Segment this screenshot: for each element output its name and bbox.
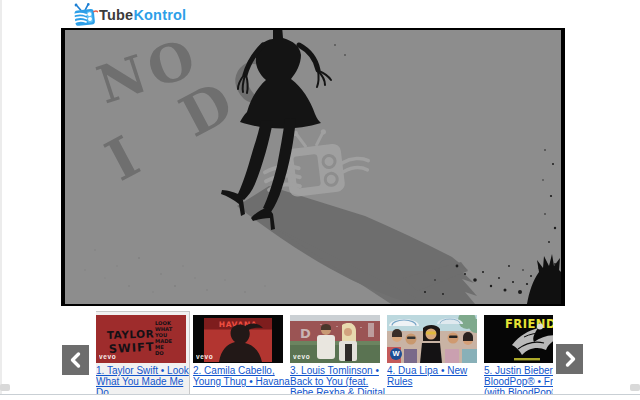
carousel-next-button[interactable] <box>556 344 583 374</box>
carousel-item-3[interactable]: D vevo 3. Louis Tomli <box>290 311 380 394</box>
video-thumbnail[interactable]: FRIENDS <box>484 315 553 363</box>
carousel-prev-button[interactable] <box>62 345 89 375</box>
carousel-item-4[interactable]: W 4. Dua Lipa • New Rules <box>387 311 477 394</box>
carousel-strip: TAYLOR SWIFT LOOK WHAT YOU MADE ME DO ve… <box>96 311 553 394</box>
chevron-right-icon <box>562 350 578 368</box>
video-title-link[interactable]: 1. Taylor Swift • Look What You Made Me … <box>96 365 198 394</box>
carousel-item-5[interactable]: FRIENDS 5. Justin Bieber, BloodPop® • Fr… <box>484 311 553 394</box>
video-title-link[interactable]: 3. Louis Tomlinson • Back to You (feat. … <box>290 365 392 394</box>
thumbnail-art-friends-eagle: FRIENDS <box>484 315 553 363</box>
tubekontrol-popup: { "header": { "brand_prefix": "Tube", "b… <box>0 0 640 400</box>
svg-text:FRIENDS: FRIENDS <box>505 317 553 331</box>
vevo-badge: vevo <box>293 354 310 361</box>
video-title-link[interactable]: 4. Dua Lipa • New Rules <box>387 365 489 387</box>
window-left-edge <box>0 0 2 394</box>
tubekontrol-tv-icon <box>72 2 98 28</box>
video-title-link[interactable]: 2. Camila Cabello, Young Thug • Havana <box>193 365 295 387</box>
chevron-left-icon <box>68 351 84 369</box>
warner-badge: W <box>390 348 402 360</box>
svg-text:DO: DO <box>155 350 164 356</box>
video-thumbnail[interactable]: D vevo <box>290 315 380 363</box>
carousel-item-1[interactable]: TAYLOR SWIFT LOOK WHAT YOU MADE ME DO ve… <box>96 311 186 394</box>
video-thumbnail[interactable]: HAVANA vevo <box>193 315 283 363</box>
svg-text:D: D <box>300 326 311 341</box>
video-thumbnail[interactable]: TAYLOR SWIFT LOOK WHAT YOU MADE ME DO ve… <box>96 315 186 363</box>
vevo-badge: vevo <box>196 354 213 361</box>
page-scroll-artifact <box>0 384 10 391</box>
svg-text:TAYLOR: TAYLOR <box>107 327 155 341</box>
vevo-badge: vevo <box>99 354 116 361</box>
video-player[interactable]: NO I DO <box>61 28 565 306</box>
video-artwork: NO I DO <box>65 30 561 304</box>
video-thumbnail[interactable]: W <box>387 315 477 363</box>
brand-text: TubeKontrol <box>99 7 186 23</box>
brand-logo[interactable]: TubeKontrol <box>72 2 186 28</box>
bottom-divider <box>0 394 640 395</box>
page-scroll-artifact <box>630 384 640 391</box>
carousel-item-2[interactable]: HAVANA vevo 2. Camila Cabello, Young Thu… <box>193 311 283 394</box>
video-title-link[interactable]: 5. Justin Bieber, BloodPop® • Friends (w… <box>484 365 553 394</box>
